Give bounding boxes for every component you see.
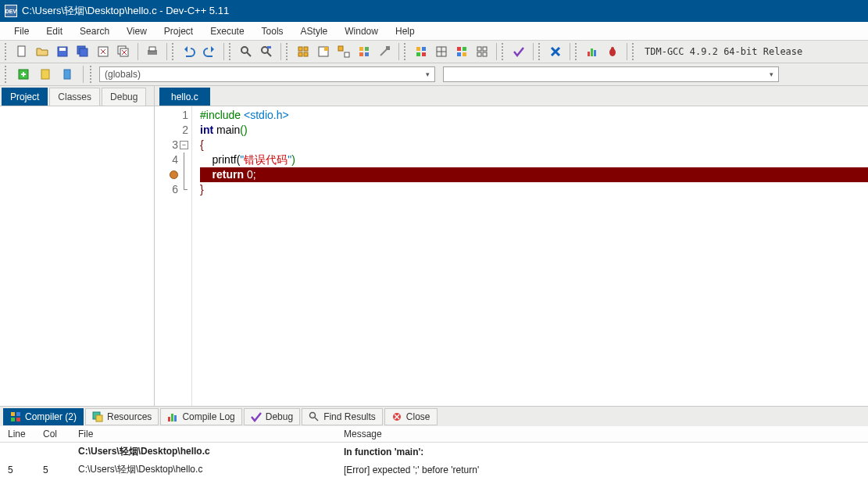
main-area: Project Classes Debug hello.c 1 2 3− 4 5…	[0, 86, 868, 406]
svg-rect-53	[168, 417, 170, 421]
bug-button[interactable]	[603, 42, 622, 61]
side-tabs: Project Classes Debug	[0, 86, 154, 106]
print-button[interactable]	[143, 42, 162, 61]
toolbar-grip[interactable]	[502, 43, 505, 60]
toolbar-grip[interactable]	[5, 66, 8, 83]
svg-rect-2	[59, 48, 66, 51]
col-header-line[interactable]: Line	[0, 426, 35, 443]
toolbar-grip[interactable]	[90, 66, 93, 83]
side-panel: Project Classes Debug	[0, 86, 155, 406]
editor-tab-hello[interactable]: hello.c	[159, 88, 210, 106]
bottom-tab-resources[interactable]: Resources	[85, 408, 159, 425]
goto-line-button[interactable]	[58, 65, 77, 84]
toolbar-grip[interactable]	[172, 43, 175, 60]
replace-button[interactable]	[257, 42, 276, 61]
menu-help[interactable]: Help	[388, 23, 423, 39]
svg-rect-13	[298, 47, 302, 51]
menu-file[interactable]: File	[6, 23, 37, 39]
grid-button-2[interactable]	[432, 42, 451, 61]
bottom-tab-compiler[interactable]: Compiler (2)	[3, 408, 84, 425]
line-number: 6	[172, 182, 178, 197]
menu-execute[interactable]: Execute	[202, 23, 252, 39]
run-button[interactable]	[314, 42, 333, 61]
bottom-tab-find-results[interactable]: Find Results	[302, 408, 383, 425]
save-button[interactable]	[53, 42, 72, 61]
side-tab-debug[interactable]: Debug	[102, 88, 146, 106]
open-button[interactable]	[33, 42, 52, 61]
grid-button-1[interactable]	[412, 42, 430, 61]
check-button[interactable]	[509, 42, 528, 61]
bottom-tab-label: Compile Log	[182, 411, 234, 422]
toolbar-grip[interactable]	[538, 43, 541, 60]
compile-button[interactable]	[294, 42, 313, 61]
toolbar-separator	[138, 43, 138, 60]
side-tab-classes[interactable]: Classes	[49, 88, 100, 106]
bottom-tab-close[interactable]: Close	[384, 408, 438, 425]
svg-rect-37	[477, 52, 481, 56]
svg-rect-45	[41, 70, 49, 79]
svg-rect-52	[96, 415, 102, 421]
bottom-tab-debug[interactable]: Debug	[244, 408, 300, 425]
toolbar-grip[interactable]	[5, 43, 8, 60]
menu-astyle[interactable]: AStyle	[293, 23, 336, 39]
rebuild-button[interactable]	[355, 42, 373, 61]
toolbar-separator	[496, 43, 497, 60]
code-content[interactable]: #include <stdio.h> int main() { printf("…	[192, 106, 868, 406]
scope-dropdown-globals[interactable]: (globals) ▾	[99, 66, 435, 82]
undo-button[interactable]	[180, 42, 198, 61]
close-file-button[interactable]	[94, 42, 113, 61]
toolbar-grip[interactable]	[404, 43, 407, 60]
compiler-output[interactable]: Line Col File Message C:\Users\轻烟\Deskto…	[0, 426, 868, 495]
abort-button[interactable]	[546, 42, 565, 61]
error-marker-icon[interactable]	[170, 170, 178, 179]
scope-dropdown-members[interactable]: ▾	[443, 66, 779, 82]
compiler-profile-label[interactable]: TDM-GCC 4.9.2 64-bit Release	[640, 46, 807, 57]
col-header-message[interactable]: Message	[336, 426, 868, 443]
check-icon	[251, 411, 262, 422]
grid-button-3[interactable]	[452, 42, 471, 61]
bookmark-button[interactable]	[36, 65, 55, 84]
svg-rect-41	[594, 50, 596, 56]
find-button[interactable]	[237, 42, 255, 61]
menu-window[interactable]: Window	[337, 23, 386, 39]
menu-edit[interactable]: Edit	[38, 23, 70, 39]
chevron-down-icon: ▾	[426, 70, 430, 78]
close-all-button[interactable]	[114, 42, 133, 61]
col-header-col[interactable]: Col	[35, 426, 70, 443]
col-header-file[interactable]: File	[70, 426, 336, 443]
compile-run-button[interactable]	[334, 42, 353, 61]
svg-rect-18	[324, 47, 328, 51]
app-icon: DEV	[5, 5, 17, 17]
menu-search[interactable]: Search	[72, 23, 117, 39]
side-tab-project[interactable]: Project	[2, 88, 48, 106]
toolbar-separator	[166, 43, 167, 60]
grid-button-4[interactable]	[473, 42, 491, 61]
output-row[interactable]: 5 5 C:\Users\轻烟\Desktop\hello.c [Error] …	[0, 461, 868, 479]
debug-button[interactable]	[375, 42, 394, 61]
save-all-button[interactable]	[73, 42, 92, 61]
svg-rect-9	[149, 47, 155, 51]
menu-project[interactable]: Project	[156, 23, 201, 39]
svg-rect-20	[345, 52, 349, 57]
toolbar-grip[interactable]	[632, 43, 635, 60]
toolbar-grip[interactable]	[286, 43, 289, 60]
output-row[interactable]: C:\Users\轻烟\Desktop\hello.c In function …	[0, 443, 868, 461]
svg-rect-55	[174, 415, 177, 421]
code-area[interactable]: 1 2 3− 4 5 6 #include <stdio.h> int main…	[155, 106, 868, 406]
menu-view[interactable]: View	[119, 23, 155, 39]
svg-rect-36	[483, 47, 487, 51]
toolbar-grip[interactable]	[575, 43, 578, 60]
profile-button[interactable]	[583, 42, 602, 61]
redo-button[interactable]	[200, 42, 219, 61]
side-panel-content	[0, 106, 154, 406]
svg-rect-34	[463, 52, 466, 56]
goto-function-button[interactable]	[14, 65, 33, 84]
fold-toggle-icon[interactable]: −	[180, 141, 188, 149]
bottom-tab-compile-log[interactable]: Compile Log	[160, 408, 241, 425]
toolbar-grip[interactable]	[229, 43, 232, 60]
bottom-tabs: Compiler (2) Resources Compile Log Debug…	[0, 406, 868, 426]
error-line[interactable]: return 0;	[200, 167, 868, 182]
new-file-button[interactable]	[13, 42, 31, 61]
menu-tools[interactable]: Tools	[254, 23, 291, 39]
toolbar-separator	[533, 43, 534, 60]
